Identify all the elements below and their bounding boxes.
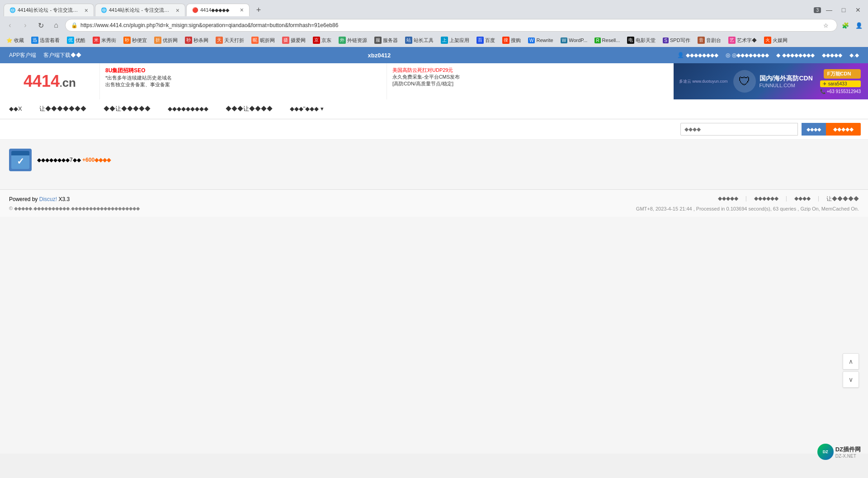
banner-cdn[interactable]: 多途云 www.duotuyun.com 🛡 国内/海外高防CDN FUNNUL… [674,63,868,99]
dz-text-area: DZ插件网 DZ-X.NET [835,445,861,454]
checkin-text: ◆◆◆◆◆◆◆◆7◆◆ [37,157,81,163]
bookmark-miaoshao[interactable]: 秒 秒杀网 [182,36,211,45]
nav-item-5[interactable]: ◆◆◆"◆◆◆ ▾ [288,99,326,119]
bookmark-yishu[interactable]: 艺 艺术字◆ [726,36,760,45]
close-window-button[interactable]: ✕ [852,4,864,16]
funull-badge: F万能CDN [824,69,861,79]
checkin-reward: +600◆◆◆◆ [82,157,111,163]
discuz-link[interactable]: Discuz! [39,196,57,202]
search-buttons: ◆◆◆◆ ◆◆◆◆◆ [802,123,861,136]
refresh-button[interactable]: ↻ [34,19,47,32]
address-bar-row: ‹ › ↻ ⌂ 🔒 https://www.4414.cn/plugin.php… [0,16,868,34]
bookmark-jd[interactable]: 京 京东 [310,36,334,45]
site-footer: Powered by Discuz! X3.3 ◆◆◆◆◆ | ◆◆◆◆◆◆ |… [0,189,868,217]
nav-item-4[interactable]: ◆◆◆让◆◆◆◆ [224,99,274,119]
bookmark-youku[interactable]: 优 优酷 [64,36,88,45]
footer-link-3[interactable]: 让◆◆◆◆◆ [826,195,859,203]
topnav-item-3[interactable]: ◆ ◆◆◆◆◆◆◆◆ [776,52,815,58]
reseller-icon: R [594,37,600,43]
dz-name: DZ插件网 [835,445,861,454]
bookmark-shangjiayingyong[interactable]: 上 上架应用 [438,36,472,45]
bookmark-collect[interactable]: ⭐ 收藏 [4,36,27,45]
bookmark-xunlei[interactable]: 迅 迅雷着看 [28,36,62,45]
bookmark-baidu[interactable]: 百 百度 [474,36,498,45]
tab-3[interactable]: 🔴 4414◆◆◆◆◆ × [186,4,250,16]
search-input[interactable] [680,123,798,136]
bookmark-tiantian[interactable]: 天 天天打折 [213,36,247,45]
topnav-item-4[interactable]: ◆◆◆◆◆ [822,52,842,58]
bookmark-fuwuqi[interactable]: 服 服务器 [372,36,401,45]
bookmark-reseller[interactable]: R Resell... [592,37,623,44]
footer-sep-2: | [786,195,787,203]
bookmark-zhanzhang[interactable]: 站 站长工具 [402,36,436,45]
bookmark-sheai[interactable]: 摄 摄爱网 [279,36,308,45]
topnav-item-1[interactable]: 👤 ◆◆◆◆◆◆◆◆ [677,52,718,58]
topnav-app[interactable]: APP客户端 [9,52,36,59]
footer-link-1[interactable]: ◆◆◆◆◆◆ [754,195,778,203]
address-text: https://www.4414.cn/plugin.php?id=k_misi… [80,22,821,28]
dz-logo-area: DZ DZ插件网 DZ-X.NET [817,444,861,454]
dz-badge[interactable]: DZ DZ插件网 DZ-X.NET [817,444,861,454]
extensions-icon[interactable]: 🧩 [840,20,851,31]
tab-favicon: 🌐 [9,7,16,13]
topnav-item-5[interactable]: ◆.◆ [849,52,859,58]
miao-icon: 秒 [123,37,131,44]
bookmark-nizhe[interactable]: 昵 昵折网 [249,36,278,45]
topnav-label-3: ◆◆◆◆◆◆◆◆ [782,52,815,58]
maximize-button[interactable]: □ [837,4,850,16]
home-button[interactable]: ⌂ [50,19,62,32]
footer-link-0[interactable]: ◆◆◆◆◆ [718,195,738,203]
bookmark-dianying[interactable]: 电 电影天堂 [624,36,658,45]
topnav-item-2[interactable]: ◎ ◎◆◆◆◆◆◆◆◆ [726,52,769,58]
tab-1[interactable]: 🌐 4414站长论坛 - 专注交流的站长... × [4,4,94,16]
search-main-btn[interactable]: ◆◆◆◆ [802,123,826,136]
tab-close-1[interactable]: × [85,7,88,14]
bookmark-label: 百度 [485,37,495,44]
bookmark-yinjutai[interactable]: 音 音剧台 [695,36,724,45]
bookmark-mixiu[interactable]: 米 米秀街 [90,36,119,45]
tab-close-3[interactable]: × [240,7,244,13]
nav-item-1[interactable]: 让◆◆◆◆◆◆◆ [38,99,88,119]
bookmarks-bar: ⭐ 收藏 迅 迅雷着看 优 优酷 米 米秀街 秒 秒便宜 折 优折网 秒 秒杀网… [0,34,868,47]
bookmark-youzhe[interactable]: 折 优折网 [151,36,180,45]
topnav-download[interactable]: 客户端下载◆◆ [43,52,81,59]
shield-cdn-icon: 🛡 [739,75,750,89]
server-icon: 服 [374,37,382,44]
scroll-down-button[interactable]: ∨ [843,371,859,388]
bookmark-label: 秒杀网 [193,37,208,44]
bookmark-huomei[interactable]: 火 火媒网 [761,36,790,45]
bookmark-waichain[interactable]: 外 外链资源 [336,36,370,45]
nav-item-2[interactable]: ◆◆让◆◆◆◆◆ [102,99,152,119]
account-icon[interactable]: 👤 [854,20,864,31]
wordpress-icon: W [561,37,567,43]
banner-ad2[interactable]: 美国高防云死扛对UDP29元 永久免费采集-全平台CMS发布 [高防CDN/高质… [387,63,674,99]
bookmark-miaopianyie[interactable]: 秒 秒便宜 [121,36,150,45]
bookmark-rewrite[interactable]: W Rewrite [525,37,556,44]
site-logo[interactable]: 4414.cn [0,63,99,99]
address-bar[interactable]: 🔒 https://www.4414.cn/plugin.php?id=k_mi… [65,19,837,32]
bookmark-sougou[interactable]: 搜 搜购 [500,36,524,45]
banner-ad1[interactable]: 8U集团招聘SEO *出售多年连续建站历史老域名 出售独立业务备案、事业备案 [99,63,387,99]
minimize-button[interactable]: — [823,4,835,16]
bookmark-star-icon[interactable]: ☆ [821,20,831,31]
footer-sep-1: | [745,195,747,203]
nav-item-3[interactable]: ◆◆◆◆◆◆◆◆◆ [166,99,210,119]
tab-close-2[interactable]: × [176,7,179,14]
mixiu-icon: 米 [93,37,100,44]
back-button[interactable]: ‹ [4,19,16,32]
search-advanced-btn[interactable]: ◆◆◆◆◆ [826,123,861,136]
forward-button[interactable]: › [19,19,32,32]
sougou-icon: 搜 [502,37,509,44]
tab-title-3: 4414◆◆◆◆◆ [200,7,237,13]
bookmark-label: 艺术字◆ [737,37,757,44]
nav-item-0[interactable]: ◆◆X [7,99,24,119]
bookmark-spd[interactable]: S SPD写作 [660,36,693,45]
tab-2[interactable]: 🌐 4414站长论坛 - 专注交流的站... × [95,4,185,16]
footer-link-2[interactable]: ◆◆◆◆ [794,195,811,203]
bookmark-wordpress[interactable]: W WordP... [558,37,590,44]
site-nav: ◆◆X 让◆◆◆◆◆◆◆ ◆◆让◆◆◆◆◆ ◆◆◆◆◆◆◆◆◆ ◆◆◆让◆◆◆◆… [0,99,868,119]
sheai-icon: 摄 [282,37,289,44]
scroll-up-button[interactable]: ∧ [843,353,859,370]
new-tab-button[interactable]: + [252,4,265,16]
search-bar-row: ◆◆◆◆ ◆◆◆◆◆ [0,119,868,140]
